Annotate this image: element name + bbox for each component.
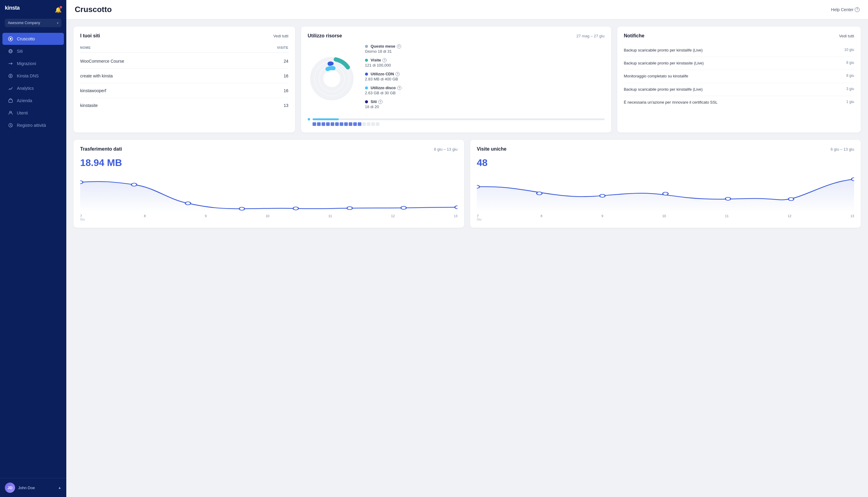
site-visits: 16 bbox=[284, 88, 289, 93]
stat-siti: Siti ? 18 di 20 bbox=[365, 99, 605, 109]
transfer-title: Trasferimento dati bbox=[80, 146, 122, 152]
kinsta-logo: kinsta bbox=[5, 4, 29, 13]
sidebar-nav: Cruscotto Siti Migrazioni Kinsta DNS Ana… bbox=[0, 29, 66, 478]
table-row[interactable]: kinstawooperf16 bbox=[80, 83, 289, 98]
visits-chart bbox=[477, 173, 854, 212]
sidebar-item-migrazioni[interactable]: Migrazioni bbox=[2, 58, 64, 70]
chevron-down-icon: ▾ bbox=[57, 22, 58, 25]
sites-card-header: I tuoi siti Vedi tutti bbox=[80, 33, 289, 39]
list-item: Monitoraggio completato su kinstalife8 g… bbox=[624, 70, 854, 83]
company-name: Awesome Company bbox=[8, 21, 55, 25]
resource-card-title: Utilizzo risorse bbox=[308, 33, 342, 39]
user-name: John Doe bbox=[18, 485, 55, 490]
registro-icon bbox=[8, 123, 13, 128]
dot-disco bbox=[365, 86, 368, 89]
dot-cdn bbox=[365, 73, 368, 75]
svg-point-23 bbox=[477, 185, 479, 188]
avatar: JD bbox=[5, 483, 15, 493]
user-profile[interactable]: JD John Doe ▲ bbox=[0, 478, 66, 497]
visits-value: 48 bbox=[477, 157, 854, 168]
stat-disco: Utilizzo disco ? 2.63 GB di 30 GB bbox=[365, 86, 605, 95]
svg-point-20 bbox=[347, 207, 352, 210]
info-icon-visite[interactable]: ? bbox=[382, 58, 387, 62]
notification-date: 8 giu bbox=[846, 60, 854, 65]
top-cards: I tuoi siti Vedi tutti NOME VISITE WooCo… bbox=[66, 19, 868, 140]
transfer-chart-svg bbox=[80, 173, 458, 212]
notifications-card: Notifiche Vedi tutti Backup scaricabile … bbox=[617, 27, 861, 132]
info-icon-mese[interactable]: ? bbox=[397, 44, 401, 48]
stat-questo-mese: Questo mese ? Giorno 18 di 31 bbox=[365, 44, 605, 54]
table-row[interactable]: kinstasite13 bbox=[80, 98, 289, 113]
donut-svg bbox=[308, 55, 356, 103]
notification-date: 10 giu bbox=[844, 47, 854, 52]
table-row[interactable]: create with kinsta16 bbox=[80, 69, 289, 83]
help-icon: ? bbox=[855, 7, 859, 12]
resource-donut-area: Questo mese ? Giorno 18 di 31 Visite ? 1… bbox=[308, 44, 605, 113]
resource-stats: Questo mese ? Giorno 18 di 31 Visite ? 1… bbox=[365, 44, 605, 113]
sidebar-item-registro[interactable]: Registro attività bbox=[2, 119, 64, 131]
svg-point-17 bbox=[185, 202, 191, 205]
resource-card-header: Utilizzo risorse 27 mag – 27 giu bbox=[308, 33, 605, 39]
col-nome: NOME bbox=[80, 46, 91, 49]
info-icon-cdn[interactable]: ? bbox=[395, 72, 400, 76]
sites-table-header: NOME VISITE bbox=[80, 44, 289, 53]
cruscotto-icon bbox=[8, 36, 13, 42]
info-icon-disco[interactable]: ? bbox=[397, 86, 402, 90]
visits-chart-svg bbox=[477, 173, 854, 212]
sidebar-item-analytics[interactable]: Analytics bbox=[2, 82, 64, 94]
azienda-icon bbox=[8, 98, 13, 103]
svg-point-24 bbox=[537, 192, 542, 195]
notification-bell[interactable]: 🔔 bbox=[55, 6, 61, 13]
stat-visite: Visite ? 121 di 100,000 bbox=[365, 58, 605, 68]
sidebar: kinsta 🔔 Awesome Company ▾ Cruscotto bbox=[0, 0, 66, 497]
transfer-chart bbox=[80, 173, 458, 212]
sidebar-header: kinsta 🔔 Awesome Company ▾ bbox=[0, 0, 66, 29]
sidebar-item-azienda[interactable]: Azienda bbox=[2, 95, 64, 106]
notification-text: Backup scaricabile pronto per kinstalife… bbox=[624, 87, 843, 92]
transfer-header: Trasferimento dati 6 giu – 13 giu bbox=[80, 146, 458, 152]
visits-axis: 7Giu 8 9 10 11 12 13 bbox=[477, 212, 854, 221]
sidebar-item-label-utenti: Utenti bbox=[17, 111, 28, 115]
site-visits: 16 bbox=[284, 73, 289, 78]
svg-point-21 bbox=[401, 206, 406, 209]
info-icon-siti[interactable]: ? bbox=[378, 100, 382, 104]
notifications-vedi-tutti[interactable]: Vedi tutti bbox=[839, 34, 854, 38]
dot-siti bbox=[365, 100, 368, 103]
sidebar-item-label-dns: Kinsta DNS bbox=[17, 73, 39, 78]
company-selector[interactable]: Awesome Company ▾ bbox=[5, 19, 61, 27]
sidebar-item-utenti[interactable]: Utenti bbox=[2, 107, 64, 119]
stat-cdn: Utilizzo CDN ? 2.83 MB di 400 GB bbox=[365, 72, 605, 81]
sites-card-title: I tuoi siti bbox=[80, 33, 100, 39]
visits-header: Visite uniche 6 giu – 13 giu bbox=[477, 146, 854, 152]
notification-text: Monitoraggio completato su kinstalife bbox=[624, 73, 843, 79]
transfer-date: 6 giu – 13 giu bbox=[434, 147, 458, 152]
analytics-icon bbox=[8, 86, 13, 91]
siti-icon bbox=[8, 48, 13, 54]
transfer-value: 18.94 MB bbox=[80, 157, 458, 168]
table-row[interactable]: WooCommerce Course24 bbox=[80, 54, 289, 69]
svg-point-29 bbox=[851, 178, 854, 181]
svg-point-2 bbox=[10, 38, 12, 40]
site-visits: 13 bbox=[284, 103, 289, 108]
svg-point-22 bbox=[455, 206, 458, 209]
sidebar-item-label-siti: Siti bbox=[17, 49, 23, 54]
page-title: Cruscotto bbox=[75, 5, 112, 14]
sidebar-item-cruscotto[interactable]: Cruscotto bbox=[2, 33, 64, 45]
site-name: kinstawooperf bbox=[80, 88, 106, 93]
transfer-axis: 7Giu 8 9 10 11 12 13 bbox=[80, 212, 458, 221]
list-item: Backup scaricabile pronto per kinstalife… bbox=[624, 44, 854, 57]
stat-siti-value: 18 di 20 bbox=[365, 104, 605, 109]
svg-point-16 bbox=[131, 183, 137, 186]
sidebar-item-siti[interactable]: Siti bbox=[2, 45, 64, 57]
sidebar-item-kinsta-dns[interactable]: Kinsta DNS bbox=[2, 70, 64, 82]
sites-vedi-tutti[interactable]: Vedi tutti bbox=[274, 34, 289, 38]
sidebar-item-label-registro: Registro attività bbox=[17, 123, 46, 128]
list-item: Backup scaricabile pronto per kinstalife… bbox=[624, 83, 854, 96]
sidebar-item-label-migrazioni: Migrazioni bbox=[17, 61, 36, 66]
help-center-link[interactable]: Help Center ? bbox=[831, 7, 859, 12]
donut-chart bbox=[308, 55, 356, 103]
col-visite: VISITE bbox=[277, 46, 289, 49]
resource-progress-bars bbox=[308, 118, 605, 126]
site-visits: 24 bbox=[284, 59, 289, 63]
svg-point-28 bbox=[788, 198, 794, 201]
